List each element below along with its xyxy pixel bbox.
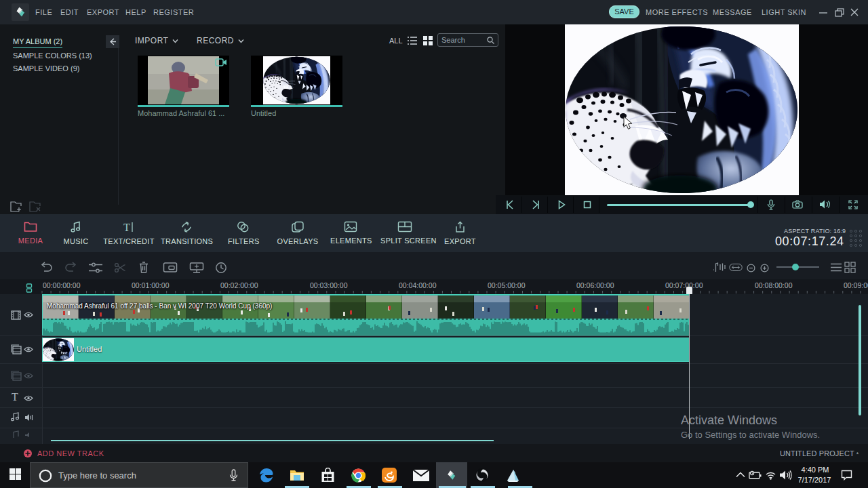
svg-text:T: T [123,222,130,233]
